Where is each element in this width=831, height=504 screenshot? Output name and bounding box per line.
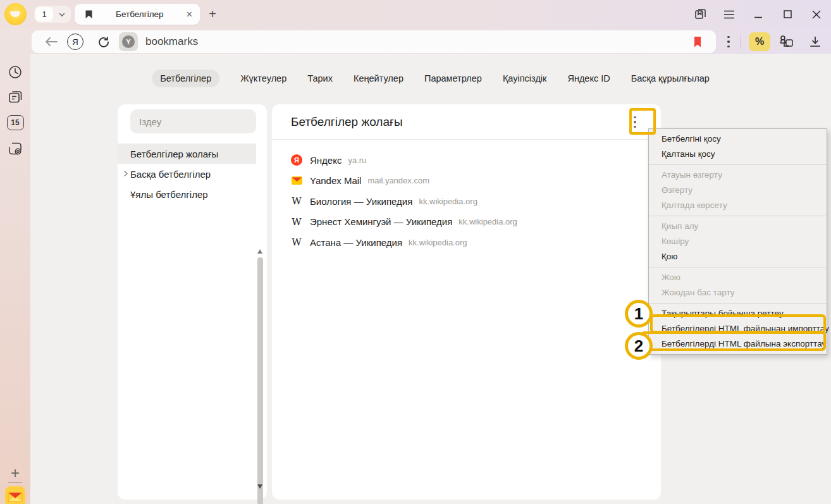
folder-item-mobile-bookmarks[interactable]: Ұялы бетбелгілер <box>118 184 256 204</box>
percent-icon[interactable]: % <box>749 32 770 51</box>
bookmarks-panel: Бетбелгілер жолағы Я Яндекс ya.ru Yandex… <box>272 104 661 500</box>
tab-extensions[interactable]: Кеңейтулер <box>354 73 403 83</box>
wikipedia-favicon: W <box>291 216 302 228</box>
bookmark-url: ya.ru <box>348 156 366 165</box>
refresh-icon[interactable] <box>94 36 113 48</box>
tab-group-count[interactable]: 1 <box>35 7 53 22</box>
add-panel-icon[interactable]: + <box>0 465 30 481</box>
browser-window: 1 Бетбелгілер × + <box>0 0 831 504</box>
close-window-button[interactable] <box>802 0 831 28</box>
browser-sidebar: 15 + <box>0 28 30 504</box>
tab-security[interactable]: Қауіпсіздік <box>503 73 547 83</box>
chevron-down-icon[interactable] <box>53 11 71 18</box>
yandex-search-icon[interactable]: Я <box>67 34 83 50</box>
yandex-mail-app-icon[interactable] <box>0 486 30 504</box>
highlight-box-more-button <box>629 108 656 135</box>
bookmark-url: kk.wikipedia.org <box>409 238 467 247</box>
folder-item-label: Бетбелгілер жолағы <box>130 149 218 159</box>
bookmark-row[interactable]: W Астана — Уикипедия kk.wikipedia.org <box>272 232 661 253</box>
menu-item-paste[interactable]: Қою <box>649 249 827 264</box>
bookmark-row[interactable]: Yandex Mail mail.yandex.com <box>272 171 661 192</box>
bookmark-row[interactable]: W Эрнест Хемингуэй — Уикипедия kk.wikipe… <box>272 212 661 233</box>
minimize-button[interactable] <box>744 0 773 28</box>
new-tab-button[interactable]: + <box>204 5 221 23</box>
wikipedia-favicon: W <box>291 195 302 207</box>
menu-item-delete: Жою <box>649 270 827 285</box>
header-divider <box>272 139 661 140</box>
tab-close-icon[interactable]: × <box>187 9 192 20</box>
mail-favicon <box>291 175 302 187</box>
search-input[interactable] <box>130 109 256 133</box>
browser-tab-bookmarks[interactable]: Бетбелгілер × <box>75 4 200 25</box>
extensions-button[interactable] <box>779 30 794 53</box>
back-icon[interactable] <box>40 37 62 47</box>
bookmark-url: kk.wikipedia.org <box>459 217 517 226</box>
page-title: Бетбелгілер жолағы <box>291 115 403 129</box>
folder-item-label: Ұялы бетбелгілер <box>130 189 208 200</box>
tab-title: Бетбелгілер <box>93 9 187 19</box>
bookmark-title: Астана — Уикипедия <box>310 237 402 248</box>
scrollbar-down-arrow[interactable] <box>257 484 262 489</box>
bookmark-flag-icon[interactable] <box>693 37 702 47</box>
bookmark-title: Yandex Mail <box>310 175 361 186</box>
bookmark-url: mail.yandex.com <box>367 176 429 185</box>
promo-extension-button[interactable]: % <box>749 30 770 53</box>
menu-item-add-folder[interactable]: Қалтаны қосу <box>649 147 827 162</box>
sidebar-divider <box>8 482 22 483</box>
wikipedia-favicon: W <box>291 237 302 248</box>
calendar-icon[interactable]: 15 <box>0 114 30 131</box>
tab-group-pill[interactable]: 1 <box>34 6 71 23</box>
folder-item-label: Басқа бетбелгілер <box>130 169 211 180</box>
highlight-box-export <box>641 331 826 351</box>
yandex-favicon: Я <box>291 154 302 166</box>
toolbar-divider <box>740 30 741 53</box>
bookmark-list: Я Яндекс ya.ru Yandex Mail mail.yandex.c… <box>272 150 661 253</box>
tab-bookmarks[interactable]: Бетбелгілер <box>152 70 219 87</box>
site-favicon: Y <box>119 32 138 51</box>
menu-item-copy: Көшіру <box>649 234 827 249</box>
side-panel-icon[interactable] <box>686 0 715 28</box>
download-icon[interactable] <box>809 30 821 53</box>
toolbar-more-button[interactable] <box>727 30 730 53</box>
bookmark-row[interactable]: Я Яндекс ya.ru <box>272 150 661 171</box>
notes-icon[interactable] <box>0 89 30 106</box>
folders-panel: Бетбелгілер жолағы Басқа бетбелгілер Ұял… <box>118 104 267 500</box>
bookmark-title: Яндекс <box>310 155 342 166</box>
tab-other-devices[interactable]: Басқа құрылғылар <box>631 73 710 83</box>
highlight-box-import <box>650 314 826 333</box>
menu-item-show-in-folder: Қалтада көрсету <box>649 198 827 213</box>
menu-icon[interactable] <box>715 0 744 28</box>
calendar-day: 15 <box>7 115 24 130</box>
site-favicon-letter: Y <box>122 35 135 48</box>
tab-settings[interactable]: Параметрлер <box>424 73 482 83</box>
tab-history[interactable]: Тарих <box>307 73 333 83</box>
scrollbar-thumb[interactable] <box>257 257 263 504</box>
annotation-step-1: 1 <box>625 300 653 328</box>
bookmark-title: Биология — Уикипедия <box>310 196 412 207</box>
settings-nav-tabs: Бетбелгілер Жүктеулер Тарих Кеңейтулер П… <box>30 70 831 87</box>
bookmark-title: Эрнест Хемингуэй — Уикипедия <box>310 216 452 227</box>
menu-item-undo-delete: Жоюдан бас тарту <box>649 285 827 300</box>
folder-item-bookmarks-bar[interactable]: Бетбелгілер жолағы <box>118 144 256 164</box>
menu-item-rename: Атауын өзгерту <box>649 168 827 183</box>
maximize-button[interactable] <box>773 0 802 28</box>
menu-item-edit: Өзгерту <box>649 183 827 198</box>
tab-strip: 1 Бетбелгілер × + <box>0 0 831 28</box>
address-text[interactable]: bookmarks <box>145 35 693 48</box>
address-bar[interactable]: Я Y bookmarks <box>32 30 716 53</box>
menu-item-add-bookmark[interactable]: Бетбелгіні қосу <box>649 132 827 147</box>
bookmark-row[interactable]: W Биология — Уикипедия kk.wikipedia.org <box>272 191 661 212</box>
folder-item-other-bookmarks[interactable]: Басқа бетбелгілер <box>118 164 256 184</box>
tab-yandex-id[interactable]: Яндекс ID <box>567 73 610 83</box>
menu-item-cut: Қиып алу <box>649 219 827 234</box>
bookmark-icon <box>85 9 93 19</box>
scrollbar-up-arrow[interactable] <box>257 249 262 254</box>
tab-downloads[interactable]: Жүктеулер <box>240 73 286 83</box>
bookmark-url: kk.wikipedia.org <box>419 197 477 206</box>
screenshot-icon[interactable] <box>0 140 30 157</box>
chevron-right-icon[interactable] <box>122 170 129 177</box>
history-icon[interactable] <box>0 64 30 80</box>
browser-logo-icon[interactable] <box>4 3 27 25</box>
annotation-step-2: 2 <box>625 332 653 360</box>
